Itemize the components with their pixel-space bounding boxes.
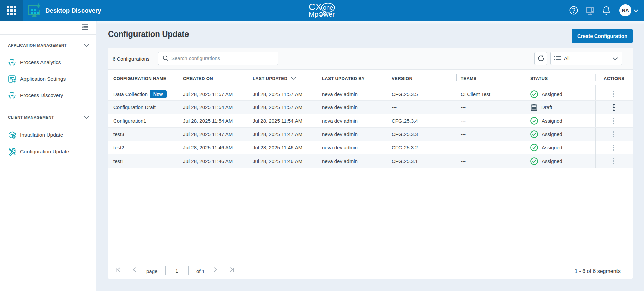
svg-text:one: one [323, 4, 333, 11]
svg-text:wer: wer [323, 10, 335, 18]
svg-text:Mp: Mp [309, 10, 318, 18]
